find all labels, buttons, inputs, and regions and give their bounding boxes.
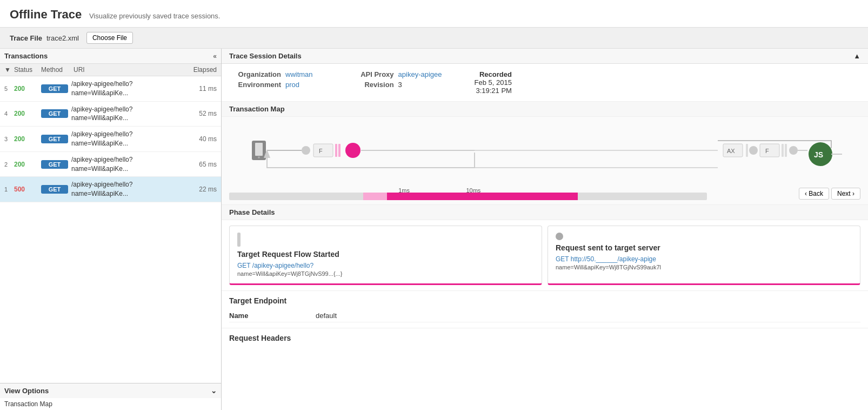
row-num: 3 — [4, 136, 14, 142]
svg-rect-6 — [338, 144, 340, 157]
svg-text:F: F — [319, 148, 323, 154]
transaction-row[interactable]: 3 200 GET /apikey-apigee/hello? name=Wil… — [0, 127, 221, 152]
phase-icon-bar-2 — [556, 233, 852, 240]
svg-text:F: F — [765, 148, 769, 154]
target-endpoint-name-label: Name — [229, 312, 316, 320]
phase-cards: Target Request Flow Started GET /apikey-… — [222, 220, 868, 291]
row-method: GET — [41, 160, 68, 169]
env-value: prod — [285, 81, 299, 89]
trace-session-header: Trace Session Details ▲ — [222, 49, 868, 64]
table-header: ▼ Status Method URI Elapsed — [0, 64, 221, 76]
row-num: 5 — [4, 85, 14, 92]
target-endpoint: Target Endpoint Name default — [222, 291, 868, 328]
proxy-row: API Proxy apikey-apigee — [345, 70, 442, 78]
transaction-row[interactable]: 2 200 GET /apikey-apigee/hello? name=Wil… — [0, 152, 221, 177]
transaction-row[interactable]: 5 200 GET /apikey-apigee/hello? name=Wil… — [0, 76, 221, 102]
page-header: Offline Trace Visualize previously saved… — [0, 0, 868, 28]
row-uri: /apikey-apigee/hello? name=Will&apiKe... — [71, 180, 184, 199]
request-headers-title: Request Headers — [229, 334, 860, 342]
org-env-group: Organization wwitman Environment prod — [232, 70, 313, 95]
recorded-block: Recorded Feb 5, 2015 3:19:21 PM — [475, 70, 512, 95]
phase-card-title-1: Target Request Flow Started — [237, 250, 534, 259]
proxy-revision-group: API Proxy apikey-apigee Revision 3 — [345, 70, 442, 95]
phase-card-url-1: GET /apikey-apigee/hello? — [237, 262, 534, 269]
svg-rect-14 — [782, 144, 784, 157]
transaction-map-section: Transaction Map F — [222, 102, 868, 205]
proxy-value: apikey-apigee — [398, 70, 442, 78]
right-panel: Trace Session Details ▲ Organization wwi… — [222, 49, 868, 410]
row-method: GET — [41, 185, 68, 194]
request-headers: Request Headers — [222, 328, 868, 348]
revision-row: Revision 3 — [345, 81, 442, 89]
timeline-row: 1ms 10ms ‹ Back Next › — [222, 187, 868, 204]
svg-rect-3 — [313, 144, 333, 157]
row-elapsed: 65 ms — [184, 161, 217, 168]
svg-rect-15 — [785, 144, 787, 157]
view-options-label: View Options — [4, 387, 49, 395]
row-uri: /apikey-apigee/hello? name=Will&apiKe... — [71, 80, 184, 98]
phase-icon-bar-1 — [237, 233, 534, 247]
trace-file-bar: Trace File trace2.xml Choose File — [0, 28, 868, 49]
transaction-row[interactable]: 1 500 GET /apikey-apigee/hello? name=Wil… — [0, 177, 221, 202]
choose-file-button[interactable]: Choose File — [86, 32, 133, 44]
flow-node-active — [345, 143, 360, 158]
flow-node-1 — [302, 146, 310, 155]
target-endpoint-name-row: Name default — [229, 309, 860, 322]
svg-rect-5 — [335, 144, 337, 157]
transaction-row[interactable]: 4 200 GET /apikey-apigee/hello? name=Wil… — [0, 102, 221, 127]
row-status: 200 — [14, 110, 41, 117]
collapse-transactions-button[interactable]: « — [213, 52, 217, 60]
transactions-title: Transactions — [4, 52, 48, 60]
svg-text:JS: JS — [814, 150, 823, 159]
flow-diagram: F — [222, 117, 868, 187]
row-num: 2 — [4, 161, 14, 168]
flow-node-right-2 — [789, 146, 798, 155]
row-elapsed: 22 ms — [184, 186, 217, 193]
sort-icon[interactable]: ▼ — [4, 66, 14, 74]
row-uri: /apikey-apigee/hello? name=Will&apiKe... — [71, 105, 184, 123]
transactions-header: Transactions « — [0, 49, 221, 64]
svg-rect-12 — [760, 144, 779, 157]
svg-text:AX: AX — [727, 148, 735, 154]
view-options-collapse-icon[interactable]: ⌄ — [211, 387, 217, 395]
back-button[interactable]: ‹ Back — [799, 188, 829, 200]
row-method: GET — [41, 109, 68, 118]
method-column-header: Method — [41, 66, 74, 74]
timeline-nav-buttons: ‹ Back Next › — [799, 188, 860, 200]
timeline-segment-pink — [387, 193, 578, 200]
phase-card-title-2: Request sent to target server — [556, 243, 852, 252]
transaction-map-option: Transaction Map — [0, 398, 221, 410]
phase-dot-2 — [556, 233, 563, 240]
row-status: 200 — [14, 161, 41, 168]
svg-rect-11 — [746, 144, 748, 157]
recorded-label: Recorded — [479, 70, 512, 78]
revision-value: 3 — [398, 81, 402, 89]
target-endpoint-name-value: default — [316, 312, 337, 320]
phase-card-full-url-1: name=Will&apiKey=Wj8TGjNvS99...{...} — [237, 270, 534, 277]
svg-rect-0 — [255, 143, 263, 156]
svg-point-1 — [258, 156, 260, 158]
trace-file-label: Trace File — [10, 34, 42, 42]
row-uri: /apikey-apigee/hello? name=Will&apiKe... — [71, 130, 184, 148]
next-button[interactable]: Next › — [831, 188, 860, 200]
transaction-list: 5 200 GET /apikey-apigee/hello? name=Wil… — [0, 76, 221, 383]
org-label: Organization — [232, 70, 281, 78]
collapse-session-icon[interactable]: ▲ — [853, 52, 860, 60]
transaction-map-header: Transaction Map — [222, 102, 868, 117]
row-status: 200 — [14, 135, 41, 143]
phase-details-header: Phase Details — [222, 205, 868, 220]
org-value: wwitman — [285, 70, 313, 78]
row-elapsed: 11 ms — [184, 85, 217, 92]
row-elapsed: 40 ms — [184, 135, 217, 143]
phase-card-full-url-2: name=Will&apiKey=Wj8TGjNvS99auk7l — [556, 264, 852, 270]
timeline-segment-pink-light — [363, 193, 387, 200]
flow-svg: F — [232, 124, 857, 184]
row-status: 500 — [14, 186, 41, 193]
trace-file-name: trace2.xml — [46, 34, 79, 42]
timeline-bar-bg — [229, 193, 707, 200]
revision-label: Revision — [345, 81, 394, 89]
row-method: GET — [41, 84, 68, 93]
row-num: 4 — [4, 110, 14, 117]
main-layout: Transactions « ▼ Status Method URI Elaps… — [0, 49, 868, 410]
row-num: 1 — [4, 186, 14, 193]
